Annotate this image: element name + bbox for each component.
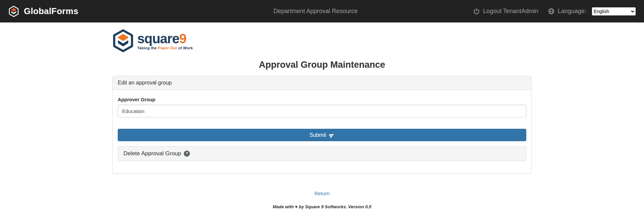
language-label: Language: [558,8,586,15]
square9-box-logo-icon [112,29,134,52]
paper-plane-icon [329,132,334,138]
panel-heading: Edit an approval group [113,76,531,90]
language-select[interactable]: English [592,7,636,15]
square9-logo: square9 Taking the Paper Out of Work [112,29,532,52]
footer-credit: Made with ♥ by Square 9 Softworks. Versi… [112,204,532,209]
edit-approval-group-panel: Edit an approval group Approver Group Su… [112,76,532,174]
panel-body: Approver Group Submit Delete Approval Gr… [113,90,531,173]
page-title: Approval Group Maintenance [112,60,532,70]
main-container: square9 Taking the Paper Out of Work App… [112,29,532,209]
brand-name: GlobalForms [24,6,78,16]
logout-label: Logout TenantAdmin [483,8,538,15]
delete-approval-group-toggle[interactable]: Delete Approval Group ? [118,146,526,161]
approver-group-label: Approver Group [118,97,526,102]
submit-button[interactable]: Submit [118,129,526,141]
submit-button-label: Submit [310,132,326,138]
globalforms-box-logo-icon [8,6,19,17]
approver-group-input[interactable] [118,105,526,117]
power-icon [473,8,480,15]
globe-icon [548,8,555,15]
square9-wordmark-block: square9 Taking the Paper Out of Work [137,32,193,50]
language-group: Language: English [548,7,636,15]
return-row: Return [112,190,532,197]
return-link[interactable]: Return [314,190,329,196]
navbar-page-title: Department Approval Resource [273,8,358,15]
delete-approval-group-label: Delete Approval Group [123,150,181,157]
navbar-brand[interactable]: GlobalForms [8,6,78,17]
square9-tagline: Taking the Paper Out of Work [137,46,193,50]
question-circle-icon: ? [184,151,190,157]
square9-number: 9 [179,31,186,46]
navbar-right: Logout TenantAdmin Language: English [473,7,636,15]
logout-button[interactable]: Logout TenantAdmin [473,8,538,15]
square9-wordmark: square9 [137,32,193,45]
top-navbar: GlobalForms Department Approval Resource… [0,0,644,22]
